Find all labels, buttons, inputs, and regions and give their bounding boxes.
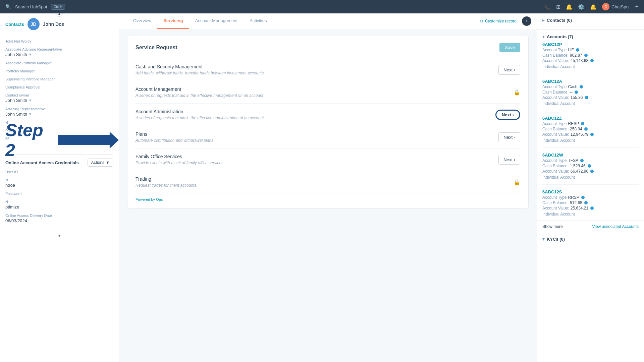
contacts-title: Contacts (0) [547, 18, 572, 23]
account-id-6abc12a[interactable]: 6ABC12A [542, 79, 639, 84]
tabs-bar: Overview Servicing Account Management Ac… [119, 13, 537, 29]
avatar: JD [28, 18, 40, 30]
account-item-6abc12s: 6ABC12S Account Type RRSP Cash Balance: … [542, 189, 639, 217]
next-btn-cash[interactable]: Next › [498, 65, 520, 75]
tab-overview[interactable]: Overview [127, 13, 157, 29]
password-field: Password [5, 192, 113, 196]
right-sidebar: ▸ Contacts (0) ▾ Accounts (7) 6ABC12P Ac… [537, 13, 644, 362]
expand-icon[interactable]: + [635, 3, 639, 10]
assoc-advising-dropdown[interactable]: ▼ [29, 53, 32, 56]
tab-account-management[interactable]: Account Management [189, 13, 244, 29]
search-placeholder[interactable]: Search HubSpot [15, 4, 47, 9]
account-badge-value-w [590, 170, 594, 173]
online-access-date-field: Online Access Delivery Date 06/03/2024 [5, 214, 113, 223]
contact-name: John Doe [43, 21, 64, 27]
n-field: N [5, 121, 113, 125]
chatspot-button[interactable]: C ChatSpot [602, 3, 630, 10]
accounts-footer: Show more View associated Accounts [537, 221, 644, 232]
account-id-6abc12p[interactable]: 6ABC12P [542, 42, 639, 47]
accounts-toggle[interactable]: ▾ [542, 34, 545, 39]
account-badge-cash-w [588, 164, 591, 168]
account-badge-value-s [590, 206, 594, 210]
grid-icon[interactable]: ⊞ [556, 4, 560, 10]
kycs-section: ▾ KYCs (0) [537, 232, 644, 246]
account-badge-value-p [590, 59, 594, 62]
service-item-trading: Trading Request trades for client accoun… [136, 171, 520, 193]
next-btn-account-admin[interactable]: Next › [495, 110, 520, 120]
optimize-field: N ptimize [5, 200, 113, 209]
contact-owner-dropdown[interactable]: ▼ [29, 99, 32, 102]
account-badge-cash-p [584, 54, 588, 57]
account-item-6abc12z: 6ABC12Z Account Type RESP Cash Balance: … [542, 116, 639, 148]
phone-icon[interactable]: 📞 [544, 4, 551, 10]
account-badge-value-z [590, 133, 594, 136]
next-btn-plans[interactable]: Next › [498, 132, 520, 142]
account-badge-value-a [585, 96, 588, 99]
account-badge-lif [576, 48, 579, 52]
online-creds-section: Online Account Access Credentials Action… [5, 154, 113, 223]
supervising-portfolio-field: Supervising Portfolio Manager [5, 77, 113, 81]
account-badge-resp [581, 122, 584, 125]
associate-advising-field: Associate Advising Representative John S… [5, 47, 113, 57]
kycs-toggle[interactable]: ▾ [542, 236, 545, 242]
service-item-cash: Cash and Security Management Add funds, … [136, 59, 520, 81]
next-btn-family-office[interactable]: Next › [498, 155, 520, 165]
topbar: 🔍 Search HubSpot Ctrl K 📞 ⊞ 🔔 ⚙️ 🔔 C Cha… [0, 0, 644, 13]
service-item-plans: Plans Automate contribution and withdraw… [136, 126, 520, 148]
contact-owner-field: Contact owner John Smith ▼ [5, 93, 113, 103]
search-shortcut: Ctrl K [51, 4, 65, 10]
account-badge-tfsa [580, 159, 584, 162]
contacts-toggle[interactable]: ▸ [542, 17, 545, 23]
show-more-button[interactable]: Show more [542, 224, 563, 229]
portfolio-manager-field: Portfolio Manager [5, 69, 113, 73]
actions-dropdown-arrow: ▼ [106, 160, 110, 165]
sidebar-fields: Total Net Worth Associate Advising Repre… [0, 35, 119, 231]
service-item-account-mgmt: Account Management A series of requests … [136, 81, 520, 104]
left-sidebar: ▲ Contacts JD John Doe Total Net Worth A… [0, 13, 119, 362]
service-item-account-admin: Account Administration A series of reque… [136, 104, 520, 126]
service-item-family-office: Family Office Services Provide clients w… [136, 148, 520, 171]
notification-icon[interactable]: 🔔 [590, 4, 597, 10]
pid-field: P ID [5, 129, 113, 133]
collapse-panel-btn[interactable]: › [522, 16, 531, 26]
settings-icon[interactable]: ⚙️ [578, 4, 585, 10]
55-field: 55 [5, 137, 113, 141]
account-badge-cash-a [575, 90, 578, 94]
scroll-down-btn[interactable]: ▼ [0, 231, 119, 240]
account-badge-cash-s [584, 201, 588, 204]
bell-icon[interactable]: 🔔 [566, 4, 573, 10]
compliance-field: Compliance Approval [5, 85, 113, 89]
actions-button[interactable]: Actions ▼ [88, 159, 113, 167]
center-content: Overview Servicing Account Management Ac… [119, 13, 537, 362]
associate-portfolio-field: Associate Portfolio Manager [5, 61, 113, 65]
chatspot-label: ChatSpot [611, 4, 630, 9]
total-net-worth-field: Total Net Worth [5, 39, 113, 43]
service-request-panel: Service Request Save Cash and Security M… [127, 36, 529, 208]
customize-record-btn[interactable]: ⚙ Customize record [480, 19, 517, 23]
contacts-link[interactable]: Contacts [5, 22, 24, 27]
account-id-6abc12w[interactable]: 6ABC12W [542, 153, 639, 158]
account-item-6abc12a: 6ABC12A Account Type Cash Cash Balance: … [542, 79, 639, 111]
kycs-title: KYCs (0) [547, 237, 565, 242]
contacts-section: ▸ Contacts (0) [537, 13, 644, 30]
advising-rep-field: Advising Representative John Smith ▼ [5, 107, 113, 117]
service-request-title: Service Request [136, 45, 177, 51]
account-badge-cash-z [584, 127, 588, 131]
online-creds-title: Online Account Access Credentials [5, 160, 79, 165]
accounts-title: Accounts (7) [547, 34, 573, 39]
account-id-6abc12z[interactable]: 6ABC12Z [542, 116, 639, 121]
account-item-6abc12w: 6ABC12W Account Type TFSA Cash Balance: … [542, 153, 639, 185]
tab-servicing[interactable]: Servicing [157, 13, 189, 29]
save-button[interactable]: Save [499, 43, 520, 52]
tab-activities[interactable]: Activities [244, 13, 273, 29]
account-badge-rrsp [581, 196, 585, 199]
account-id-6abc12s[interactable]: 6ABC12S [542, 189, 639, 194]
search-icon: 🔍 [5, 4, 11, 9]
powered-by: Powered by Ops [136, 197, 520, 201]
n2-field: N [5, 145, 113, 149]
user-id-field: User ID [5, 170, 113, 174]
advising-rep-dropdown[interactable]: ▼ [29, 112, 32, 116]
accounts-section: ▾ Accounts (7) 6ABC12P Account Type LIF … [537, 30, 644, 221]
lock-icon-account-mgmt: 🔒 [514, 89, 520, 96]
view-associated-button[interactable]: View associated Accounts [592, 224, 639, 229]
